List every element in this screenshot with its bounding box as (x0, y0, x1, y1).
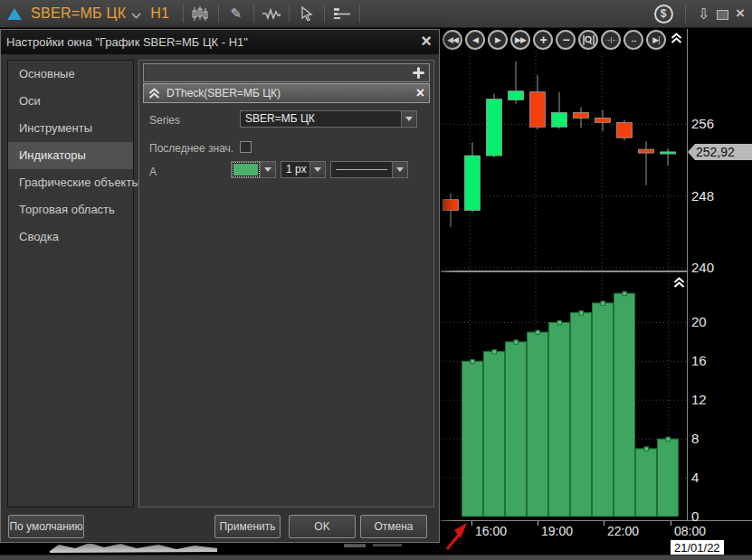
line-style-select[interactable] (330, 161, 408, 178)
toolbar-separator (359, 5, 360, 23)
line-color-select[interactable] (231, 161, 276, 178)
candlestick-chart (439, 52, 687, 271)
obscured-axis-text (344, 543, 366, 547)
current-price-tag: 252,92 (688, 144, 752, 160)
pane-splitter[interactable] (439, 271, 688, 272)
last-value-checkbox[interactable] (240, 141, 252, 153)
date-tag: 21/01/22 (671, 540, 724, 555)
window-controls: $ ⇩ × (654, 5, 752, 24)
toolbar-separator (685, 5, 686, 23)
time-axis-label: 16:00 (475, 524, 507, 538)
time-axis-label: 22:00 (607, 524, 639, 538)
cursor-icon[interactable] (294, 3, 319, 24)
time-axis-label: 08:00 (674, 524, 706, 538)
time-axis-line (439, 520, 752, 521)
go-to-end-icon[interactable]: ▶| (646, 30, 666, 50)
apply-button[interactable]: Применить (214, 515, 281, 538)
toolbar-separator (289, 5, 290, 23)
red-arrow-annotation (442, 519, 473, 555)
sidebar-item[interactable]: Основные (8, 61, 133, 88)
cancel-button[interactable]: Отмена (360, 515, 427, 538)
main-toolbar: SBER=МБ ЦК H1 ✎ (0, 0, 752, 28)
dialog-title: Настройки окна "График SBER=МБ ЦК - H1" (6, 35, 248, 49)
zoom-in-icon[interactable]: + (533, 30, 553, 50)
series-label: Series (149, 114, 180, 127)
bar-width-icon[interactable]: ↔ (623, 30, 643, 50)
dialog-close-icon[interactable]: × (421, 30, 432, 52)
zoom-out-icon[interactable]: − (556, 30, 576, 50)
zoom-region-icon[interactable] (578, 30, 598, 50)
indicator-panel-icon[interactable] (259, 3, 284, 24)
dropdown-arrow-icon[interactable] (392, 162, 407, 177)
price-axis-label: 248 (691, 188, 714, 204)
series-value: SBER=МБ ЦК (241, 111, 401, 127)
ok-button[interactable]: OK (289, 515, 356, 538)
price-axis-label: 240 (691, 260, 714, 275)
sidebar-item[interactable]: Оси (8, 88, 133, 115)
candlestick-chart-icon[interactable] (188, 3, 214, 24)
sidebar-item[interactable]: Инструменты (8, 115, 133, 142)
sidebar-item[interactable]: Сводка (8, 223, 133, 251)
download-icon[interactable]: ⇩ (698, 5, 709, 23)
application-window: ◀◀◀▶▶▶+−→|←↔▶| 252,92 21/01/22 SBER=МБ Ц… (0, 0, 752, 560)
currency-icon[interactable]: $ (654, 5, 673, 24)
line-width-value: 1 px (281, 162, 309, 177)
toolbar-separator (218, 5, 219, 23)
restore-window-icon[interactable] (717, 10, 728, 20)
value-axis-label: 16 (691, 353, 707, 368)
indicator-bar-chart (439, 273, 687, 517)
value-axis-label: 8 (691, 431, 699, 446)
app-logo-icon (7, 8, 22, 20)
dropdown-arrow-icon[interactable] (401, 111, 416, 127)
ticker-label[interactable]: SBER=МБ ЦК (31, 5, 126, 22)
price-tag-value: 252,92 (695, 144, 752, 160)
compress-horizontal-icon[interactable]: →|← (601, 30, 621, 50)
indicators-panel: DTheck(SBER=МБ ЦК) × Series SBER=МБ ЦК П… (138, 60, 434, 508)
time-axis-label: 19:00 (541, 524, 573, 538)
time-axis-tick (538, 521, 538, 526)
default-button[interactable]: По умолчанию (8, 515, 84, 538)
fast-forward-icon[interactable]: ▶▶ (510, 30, 530, 50)
sidebar-item[interactable]: Торговая область (8, 196, 133, 223)
sidebar-item[interactable]: Графические объекты (8, 169, 133, 196)
close-window-icon[interactable]: × (736, 7, 745, 20)
sidebar-item[interactable]: Индикаторы (8, 142, 133, 169)
chart-nav-toolbar: ◀◀◀▶▶▶+−→|←↔▶| (443, 30, 666, 52)
collapse-toolbar-icon[interactable] (671, 33, 682, 44)
value-axis-label: 20 (691, 314, 707, 329)
price-axis-label: 256 (691, 116, 714, 131)
watermark-logo (50, 541, 231, 554)
remove-indicator-icon[interactable]: × (412, 85, 429, 101)
indicator-title: DTheck(SBER=МБ ЦК) (160, 87, 412, 100)
toolbar-separator (253, 5, 254, 23)
timeframe-label[interactable]: H1 (150, 5, 168, 22)
fast-backward-icon[interactable]: ◀◀ (443, 30, 462, 50)
line-a-label: A (149, 166, 157, 178)
line-width-select[interactable]: 1 px (281, 161, 326, 178)
dialog-title-bar[interactable]: Настройки окна "График SBER=МБ ЦК - H1" … (1, 30, 439, 54)
ticker-dropdown-icon[interactable] (131, 13, 141, 19)
dialog-sidebar: ОсновныеОсиИнструментыИндикаторыГрафичес… (7, 60, 134, 508)
pencil-icon[interactable]: ✎ (224, 3, 249, 24)
levels-icon[interactable] (329, 3, 355, 24)
line-color-swatch (233, 164, 258, 176)
value-axis-label: 4 (691, 470, 699, 485)
settings-dialog: Настройки окна "График SBER=МБ ЦК - H1" … (0, 29, 440, 543)
collapse-indicator-icon[interactable] (144, 88, 160, 100)
dropdown-arrow-icon[interactable] (260, 162, 275, 177)
window-bottom-border (0, 555, 752, 560)
last-value-label: Последнее знач. (149, 142, 233, 155)
dropdown-arrow-icon[interactable] (309, 162, 325, 177)
value-axis-label: 12 (691, 392, 707, 407)
toolbar-separator (183, 5, 184, 23)
instrument-selector: SBER=МБ ЦК H1 ✎ (0, 0, 365, 27)
add-indicator-icon[interactable] (413, 67, 424, 79)
indicator-header[interactable]: DTheck(SBER=МБ ЦК) × (143, 83, 430, 103)
price-tag-arrow (688, 144, 695, 160)
step-backward-icon[interactable]: ◀ (465, 30, 485, 50)
toolbar-separator (324, 5, 325, 23)
series-select[interactable]: SBER=МБ ЦК (240, 110, 417, 128)
value-axis-label: 0 (691, 508, 699, 524)
collapse-pane-icon[interactable] (673, 277, 685, 289)
step-forward-icon[interactable]: ▶ (488, 30, 508, 50)
